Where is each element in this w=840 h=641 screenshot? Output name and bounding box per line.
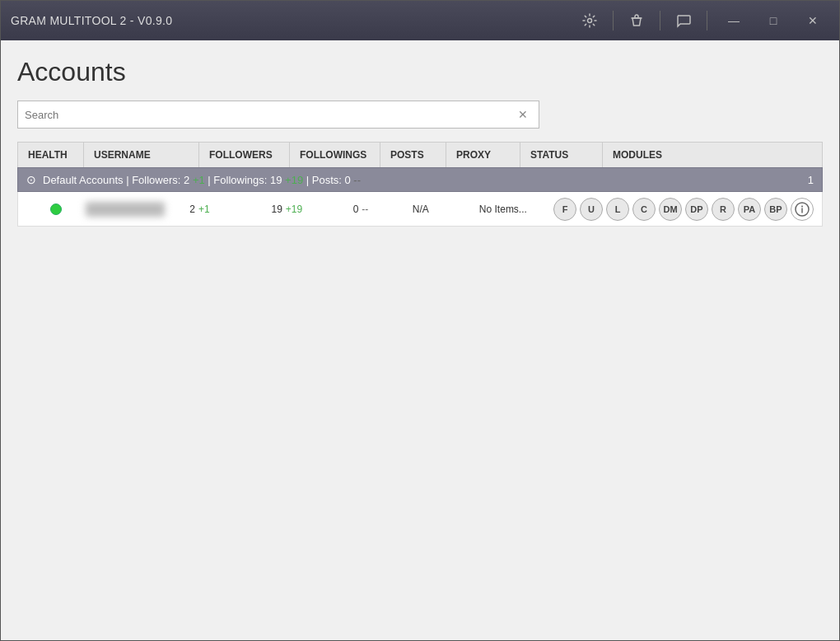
module-l-button[interactable]: L bbox=[606, 198, 629, 221]
group-name: Default Accounts | Followers: 2 +1 | Fol… bbox=[43, 174, 361, 186]
minimize-button[interactable]: — bbox=[717, 1, 750, 40]
page-title: Accounts bbox=[17, 57, 823, 87]
search-clear-button[interactable]: ✕ bbox=[518, 108, 528, 121]
search-bar: ✕ bbox=[17, 101, 528, 129]
svg-point-2 bbox=[801, 205, 803, 207]
module-dp-button[interactable]: DP bbox=[685, 198, 708, 221]
cell-followings: 19 +19 bbox=[271, 204, 352, 215]
col-followers[interactable]: FOLLOWERS bbox=[199, 143, 290, 167]
content-area: Accounts ✕ HEALTH USERNAME FOLLOWERS FOL… bbox=[1, 40, 839, 640]
cell-posts: 0 -- bbox=[353, 204, 413, 215]
chat-icon[interactable] bbox=[670, 7, 697, 34]
window-title: GRAM MULTITOOL 2 - V0.9.0 bbox=[11, 14, 172, 27]
group-collapse-icon: ⊙ bbox=[26, 173, 36, 186]
cell-followers: 2 +1 bbox=[189, 204, 271, 215]
module-r-button[interactable]: R bbox=[712, 198, 735, 221]
cell-modules: F U L C DM DP R PA BP bbox=[553, 198, 814, 221]
col-modules[interactable]: MODULES bbox=[603, 143, 822, 167]
cell-health bbox=[26, 204, 86, 215]
module-bp-button[interactable]: BP bbox=[764, 198, 787, 221]
col-health[interactable]: HEALTH bbox=[18, 143, 84, 167]
col-username[interactable]: USERNAME bbox=[84, 143, 199, 167]
col-status[interactable]: STATUS bbox=[520, 143, 603, 167]
module-c-button[interactable]: C bbox=[632, 198, 656, 221]
account-info-button[interactable] bbox=[791, 198, 814, 221]
group-header[interactable]: ⊙ Default Accounts | Followers: 2 +1 | F… bbox=[17, 167, 823, 192]
main-window: GRAM MULTITOOL 2 - V0.9.0 bbox=[0, 0, 840, 641]
cell-status: No Items... bbox=[479, 204, 553, 215]
title-bar-controls: — □ ✕ bbox=[576, 1, 829, 40]
bucket-icon[interactable] bbox=[623, 7, 650, 34]
divider-1 bbox=[613, 11, 614, 30]
settings-icon[interactable] bbox=[576, 7, 603, 34]
divider-2 bbox=[660, 11, 660, 30]
col-followings[interactable]: FOLLOWINGS bbox=[290, 143, 380, 167]
module-pa-button[interactable]: PA bbox=[738, 198, 761, 221]
divider-3 bbox=[707, 11, 707, 30]
table-row: username_blur 2 +1 19 +19 0 -- N/A bbox=[17, 192, 823, 227]
col-proxy[interactable]: PROXY bbox=[446, 143, 520, 167]
username-text: username_blur bbox=[86, 202, 165, 217]
cell-username: username_blur bbox=[86, 202, 189, 217]
maximize-button[interactable]: □ bbox=[757, 1, 790, 40]
module-dm-button[interactable]: DM bbox=[659, 198, 682, 221]
table-header: HEALTH USERNAME FOLLOWERS FOLLOWINGS POS… bbox=[17, 142, 823, 167]
close-button[interactable]: ✕ bbox=[796, 1, 829, 40]
svg-point-0 bbox=[588, 19, 592, 23]
module-f-button[interactable]: F bbox=[553, 198, 576, 221]
health-status-dot bbox=[50, 204, 62, 215]
title-bar: GRAM MULTITOOL 2 - V0.9.0 bbox=[1, 1, 839, 40]
group-count: 1 bbox=[808, 174, 814, 186]
cell-proxy: N/A bbox=[413, 204, 479, 215]
col-posts[interactable]: POSTS bbox=[380, 143, 446, 167]
module-u-button[interactable]: U bbox=[580, 198, 603, 221]
search-input[interactable] bbox=[17, 101, 539, 129]
